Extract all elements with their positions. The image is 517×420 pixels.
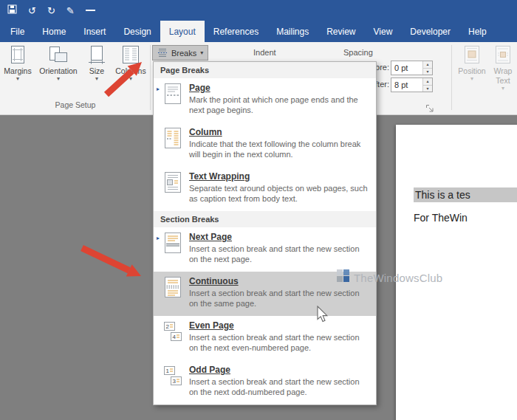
menu-item-text-wrapping[interactable]: Text Wrapping Separate text around objec… xyxy=(154,167,376,211)
menu-section-header-section-breaks: Section Breaks xyxy=(154,211,376,227)
save-icon[interactable] xyxy=(7,4,17,17)
customize-quick-access-icon[interactable] xyxy=(86,10,95,11)
increment-button[interactable]: ▴ xyxy=(423,78,432,86)
decrement-button[interactable]: ▾ xyxy=(423,69,432,75)
default-indicator-icon: ▸ xyxy=(157,232,163,241)
odd-page-break-icon: 13 xyxy=(163,365,184,390)
tab-references[interactable]: References xyxy=(205,21,267,42)
menu-item-desc: Insert a section break and start the new… xyxy=(189,332,370,353)
column-break-icon xyxy=(163,127,184,152)
dialog-launcher-icon[interactable] xyxy=(425,103,434,116)
chevron-down-icon: ▾ xyxy=(37,76,80,82)
menu-item-desc: Mark the point at which one page ends an… xyxy=(189,94,370,115)
menu-item-even-page[interactable]: 24 Even Page Insert a section break and … xyxy=(154,316,376,360)
spacing-after-field[interactable]: 8 pt ▴ ▾ xyxy=(391,78,433,92)
indent-label: Indent xyxy=(253,48,276,57)
spacing-before-value[interactable]: 0 pt xyxy=(391,61,422,75)
menu-item-title: Column xyxy=(189,127,370,137)
tab-design[interactable]: Design xyxy=(114,21,160,42)
default-indicator-icon: ▸ xyxy=(157,83,163,92)
menu-item-title: Next Page xyxy=(189,232,370,242)
breaks-label: Breaks xyxy=(171,49,196,58)
orientation-icon xyxy=(37,45,80,65)
menu-item-title: Even Page xyxy=(189,320,370,331)
tab-review[interactable]: Review xyxy=(318,21,364,42)
watermark-text: TheWindowsClub xyxy=(354,272,442,284)
even-page-break-icon: 24 xyxy=(163,320,184,345)
tab-mailings[interactable]: Mailings xyxy=(267,21,318,42)
red-arrow-annotation-continuous xyxy=(76,239,146,282)
breaks-icon xyxy=(157,47,168,59)
chevron-down-icon: ▾ xyxy=(200,50,203,56)
breaks-button[interactable]: Breaks ▾ xyxy=(152,45,208,61)
red-arrow-annotation-columns xyxy=(96,56,148,100)
breaks-dropdown-menu: Page Breaks ▸ Page Mark the point at whi… xyxy=(153,61,377,405)
wrap-text-icon xyxy=(489,45,517,65)
chevron-down-icon: ▾ xyxy=(0,76,35,82)
continuous-break-icon xyxy=(163,276,184,301)
redo-icon[interactable]: ↻ xyxy=(47,6,55,16)
tab-file[interactable]: File xyxy=(1,21,33,42)
spacing-before-spinner: ▴ ▾ xyxy=(422,61,432,75)
undo-icon[interactable]: ↺ xyxy=(28,6,36,16)
spacing-before-field[interactable]: 0 pt ▴ ▾ xyxy=(391,61,433,75)
position-button: Position ▾ xyxy=(456,45,488,82)
wrap-text-button: Wrap Text ▾ xyxy=(489,45,517,92)
spacing-label: Spacing xyxy=(343,48,373,57)
spacing-after-value[interactable]: 8 pt xyxy=(391,78,422,92)
menu-item-page[interactable]: ▸ Page Mark the point at which one page … xyxy=(154,78,376,123)
spacing-after-spinner: ▴ ▾ xyxy=(422,78,432,92)
tab-help[interactable]: Help xyxy=(459,21,496,42)
position-icon xyxy=(456,45,488,65)
document-text: For TheWin xyxy=(414,212,468,224)
menu-item-desc: Separate text around objects on web page… xyxy=(189,183,370,204)
chevron-down-icon: ▾ xyxy=(456,76,488,82)
thewindowsclub-watermark: TheWindowsClub xyxy=(337,269,442,286)
menu-item-desc: Insert a section break and start the new… xyxy=(189,288,370,309)
mouse-cursor xyxy=(316,306,329,323)
svg-text:3: 3 xyxy=(173,378,177,385)
svg-text:1: 1 xyxy=(166,368,170,374)
page-setup-group-label: Page Setup xyxy=(0,100,151,109)
group-separator xyxy=(451,45,452,110)
document-text-highlighted: This is a tes xyxy=(414,187,517,202)
margins-icon xyxy=(0,45,35,65)
menu-item-desc: Indicate that the text following the col… xyxy=(189,139,370,159)
menu-item-title: Text Wrapping xyxy=(189,171,370,182)
increment-button[interactable]: ▴ xyxy=(423,61,432,69)
tab-home[interactable]: Home xyxy=(33,21,75,42)
word-window: ↺ ↻ ✎ File Home Insert Design Layout Ref… xyxy=(0,0,517,420)
decrement-button[interactable]: ▾ xyxy=(423,86,432,92)
next-page-break-icon xyxy=(163,232,184,257)
chevron-down-icon: ▾ xyxy=(489,86,517,92)
page-break-icon xyxy=(163,83,184,108)
orientation-button[interactable]: Orientation ▾ xyxy=(37,45,80,82)
ribbon-tab-bar: File Home Insert Design Layout Reference… xyxy=(0,21,517,42)
tab-developer[interactable]: Developer xyxy=(401,21,459,42)
menu-item-next-page[interactable]: ▸ Next Page Insert a section break and s… xyxy=(154,227,376,272)
menu-item-odd-page[interactable]: 13 Odd Page Insert a section break and s… xyxy=(154,360,376,404)
menu-item-desc: Insert a section break and start the new… xyxy=(189,376,370,397)
thewindowsclub-logo-icon xyxy=(337,269,350,286)
tab-insert[interactable]: Insert xyxy=(75,21,114,42)
menu-item-title: Page xyxy=(189,83,370,93)
tab-layout[interactable]: Layout xyxy=(160,21,205,42)
menu-item-column[interactable]: Column Indicate that the text following … xyxy=(154,123,376,167)
svg-text:4: 4 xyxy=(173,334,177,340)
menu-item-title: Odd Page xyxy=(189,365,370,375)
menu-item-desc: Insert a section break and start the new… xyxy=(189,244,370,264)
text-wrapping-break-icon xyxy=(163,171,184,196)
wrap-text-label: Wrap Text xyxy=(489,66,517,86)
margins-button[interactable]: Margins ▾ xyxy=(0,45,35,82)
tab-view[interactable]: View xyxy=(365,21,402,42)
pen-icon[interactable]: ✎ xyxy=(66,6,75,16)
title-bar: ↺ ↻ ✎ xyxy=(0,0,517,21)
menu-section-header-page-breaks: Page Breaks xyxy=(154,62,376,78)
document-line: This is a tes xyxy=(414,187,517,205)
svg-text:2: 2 xyxy=(166,323,170,330)
